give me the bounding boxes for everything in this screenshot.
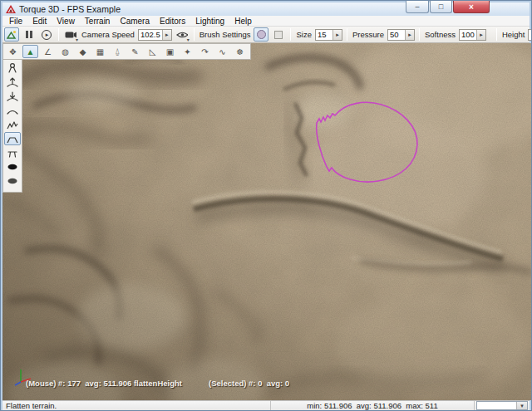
maximize-button[interactable]: □ — [430, 1, 452, 13]
minimize-button[interactable]: – — [406, 1, 429, 13]
separator — [194, 28, 195, 41]
menu-bar: File Edit View Terrain Camera Editors Li… — [2, 16, 530, 27]
chevron-down-icon: ▾ — [516, 402, 527, 409]
raise-height-tool[interactable] — [4, 76, 21, 89]
play-button[interactable]: ▸ — [39, 27, 54, 42]
close-button[interactable]: × — [453, 1, 490, 13]
flatten-icon — [6, 133, 19, 144]
world-editor-button[interactable] — [4, 27, 19, 42]
lower-height-icon — [6, 91, 19, 102]
clear-empty-tool[interactable] — [4, 174, 21, 188]
window-controls: – □ × — [405, 1, 490, 13]
menu-help[interactable]: Help — [229, 17, 257, 26]
set-height-icon — [6, 147, 19, 159]
ramp-tool-icon[interactable]: ◺ — [145, 45, 160, 58]
paint-noise-icon — [6, 119, 19, 130]
spinner-arrow-icon[interactable]: ▸ — [332, 30, 342, 40]
selected-stats-overlay: (Selected) #: 0 avg: 0 — [209, 379, 289, 388]
softness-label: Softness — [425, 30, 456, 39]
brush-settings-label: Brush Settings — [200, 30, 251, 39]
flatten-tool[interactable] — [4, 132, 21, 145]
square-brush-icon — [274, 31, 283, 39]
paint-noise-tool[interactable] — [4, 118, 21, 131]
height-input[interactable]: 100 ▸ — [528, 29, 532, 41]
camera-menu-button[interactable]: ▾ — [63, 27, 78, 42]
close-icon: × — [469, 2, 474, 12]
forest-editor-icon[interactable]: ☸ — [232, 45, 248, 58]
separator — [58, 28, 59, 41]
particle-editor-icon[interactable]: ✦ — [180, 45, 195, 58]
circle-brush-button[interactable] — [254, 27, 268, 42]
camera-speed-input[interactable]: 102.5 ▸ — [138, 29, 172, 41]
set-empty-tool[interactable] — [4, 160, 21, 174]
set-empty-icon — [6, 161, 19, 173]
separator — [496, 28, 497, 41]
terrain-tool-palette — [2, 60, 22, 193]
smooth-tool[interactable] — [4, 104, 21, 117]
shape-editor-icon[interactable]: ◆ — [75, 45, 91, 58]
camera-speed-label: Camera Speed — [81, 30, 135, 39]
grab-terrain-icon — [6, 62, 19, 74]
pressure-input[interactable]: 50 ▸ — [387, 29, 415, 41]
grab-terrain-tool[interactable] — [4, 61, 21, 75]
pressure-label: Pressure — [352, 30, 384, 39]
road-editor-icon[interactable]: ∿ — [214, 45, 230, 58]
terrain-stats: min: 511.906 avg: 511.906 max: 511 — [270, 401, 475, 410]
lower-height-tool[interactable] — [4, 90, 21, 103]
spinner-arrow-icon[interactable]: ▸ — [162, 30, 171, 40]
window-title: Torque 3D - FPS Example — [19, 4, 121, 14]
panels-icon — [26, 31, 32, 38]
menu-file[interactable]: File — [4, 17, 27, 26]
visibility-button[interactable]: ▾ — [175, 27, 190, 42]
menu-terrain[interactable]: Terrain — [80, 17, 116, 26]
mission-area-editor-icon[interactable]: ▣ — [162, 45, 178, 58]
titlebar[interactable]: Torque 3D - FPS Example – □ × — [2, 2, 530, 16]
main-toolbar: ▸ ▾ Camera Speed 102.5 ▸ ▾ Brush Setting… — [2, 27, 530, 43]
terrain-render — [2, 43, 531, 400]
menu-lighting[interactable]: Lighting — [190, 17, 229, 26]
mouse-stats-overlay: (Mouse) #: 177 avg: 511.906 flattenHeigh… — [26, 379, 182, 388]
size-label: Size — [296, 30, 311, 39]
play-icon: ▸ — [42, 30, 52, 40]
circle-brush-icon — [257, 30, 266, 39]
editor-toolbar: ✥ ▲ ∠ ◍ ◆ ▦ ⍙ ✎ ◺ ▣ ✦ ↷ ∿ ☸ — [2, 43, 251, 60]
terrain-painter-icon[interactable]: ∠ — [40, 45, 56, 58]
viewport-3d[interactable]: ✥ ▲ ∠ ◍ ◆ ▦ ⍙ ✎ ◺ ▣ ✦ ↷ ∿ ☸ — [2, 43, 531, 400]
menu-camera[interactable]: Camera — [115, 17, 155, 26]
app-icon — [6, 5, 16, 14]
eye-icon — [176, 31, 188, 39]
status-dropdown[interactable]: ▾ — [476, 401, 528, 410]
brush-size-input[interactable]: 15 ▸ — [315, 29, 342, 41]
material-editor-icon[interactable]: ◍ — [57, 45, 73, 58]
window: Torque 3D - FPS Example – □ × File Edit … — [0, 0, 532, 411]
object-editor-icon[interactable]: ✥ — [5, 45, 21, 58]
toggle-panels-button[interactable] — [22, 27, 37, 42]
minimize-icon: – — [415, 2, 419, 11]
menu-edit[interactable]: Edit — [27, 17, 52, 26]
status-bar: Flatten terrain. min: 511.906 avg: 511.9… — [2, 400, 530, 410]
spinner-arrow-icon[interactable]: ▸ — [476, 30, 485, 40]
sketch-tool-icon[interactable]: ✎ — [127, 45, 143, 58]
menu-editors[interactable]: Editors — [155, 17, 190, 26]
raise-height-icon — [6, 76, 19, 88]
square-brush-button[interactable] — [271, 27, 286, 42]
separator — [419, 28, 420, 41]
spinner-arrow-icon[interactable]: ▸ — [405, 30, 414, 40]
camera-dropdown-icon: ▾ — [76, 37, 78, 42]
status-message: Flatten terrain. — [2, 401, 270, 410]
decal-editor-icon[interactable]: ⍙ — [110, 45, 126, 58]
datablock-editor-icon[interactable]: ▦ — [92, 45, 108, 58]
set-height-tool[interactable] — [4, 146, 21, 159]
river-editor-icon[interactable]: ↷ — [197, 45, 213, 58]
menu-view[interactable]: View — [52, 17, 80, 26]
height-label: Height — [502, 30, 525, 39]
maximize-icon: □ — [439, 2, 443, 11]
separator — [347, 28, 347, 41]
visibility-dropdown-icon: ▾ — [187, 37, 190, 42]
softness-input[interactable]: 100 ▸ — [459, 29, 486, 41]
camera-icon — [65, 31, 76, 39]
clear-empty-icon — [6, 175, 19, 187]
smooth-icon — [6, 105, 19, 116]
terrain-editor-icon[interactable]: ▲ — [22, 45, 38, 58]
world-editor-icon — [7, 30, 17, 39]
